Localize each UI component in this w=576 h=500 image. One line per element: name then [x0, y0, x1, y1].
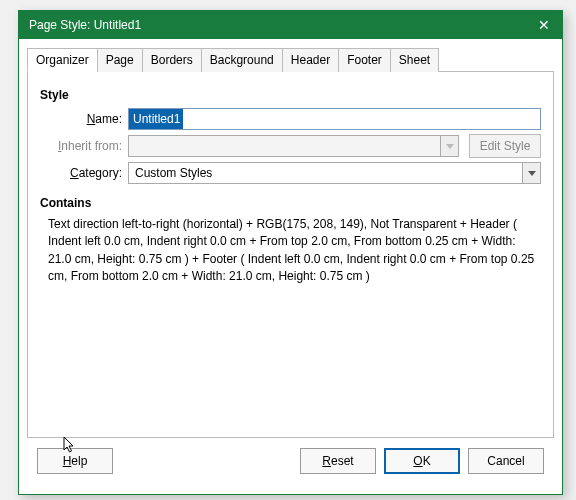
inherit-combo [128, 135, 459, 157]
page-style-dialog: Page Style: Untitled1 ✕ Organizer Page B… [18, 10, 563, 495]
category-label: Category: [40, 166, 128, 180]
contains-heading: Contains [40, 196, 541, 210]
name-row: Name: [40, 108, 541, 130]
chevron-down-icon [528, 171, 536, 176]
titlebar[interactable]: Page Style: Untitled1 ✕ [19, 11, 562, 39]
contains-text: Text direction left-to-right (horizontal… [40, 216, 541, 286]
tab-organizer[interactable]: Organizer [27, 48, 98, 72]
name-label: Name: [40, 112, 128, 126]
inherit-dropdown-button [440, 136, 458, 156]
close-icon[interactable]: ✕ [534, 17, 554, 33]
category-dropdown-button[interactable] [522, 163, 540, 183]
tab-background[interactable]: Background [201, 48, 283, 72]
chevron-down-icon [446, 144, 454, 149]
tab-page[interactable]: Page [97, 48, 143, 72]
tab-strip: Organizer Page Borders Background Header… [27, 48, 554, 72]
tab-sheet[interactable]: Sheet [390, 48, 439, 72]
category-combo[interactable]: Custom Styles [128, 162, 541, 184]
name-input[interactable] [128, 108, 541, 130]
tab-footer[interactable]: Footer [338, 48, 391, 72]
client-area: Organizer Page Borders Background Header… [19, 39, 562, 494]
help-button[interactable]: Help [37, 448, 113, 474]
button-bar: Help Reset OK Cancel [27, 438, 554, 486]
cancel-button[interactable]: Cancel [468, 448, 544, 474]
category-value: Custom Styles [135, 166, 212, 180]
inherit-label: Inherit from: [40, 139, 128, 153]
style-heading: Style [40, 88, 541, 102]
ok-button[interactable]: OK [384, 448, 460, 474]
category-row: Category: Custom Styles [40, 162, 541, 184]
edit-style-button: Edit Style [469, 134, 541, 158]
tab-borders[interactable]: Borders [142, 48, 202, 72]
window-title: Page Style: Untitled1 [29, 18, 141, 32]
reset-button[interactable]: Reset [300, 448, 376, 474]
inherit-row: Inherit from: Edit Style [40, 134, 541, 158]
tab-header[interactable]: Header [282, 48, 339, 72]
organizer-panel: Style Name: Inherit from: Edit Style Cat… [27, 71, 554, 438]
